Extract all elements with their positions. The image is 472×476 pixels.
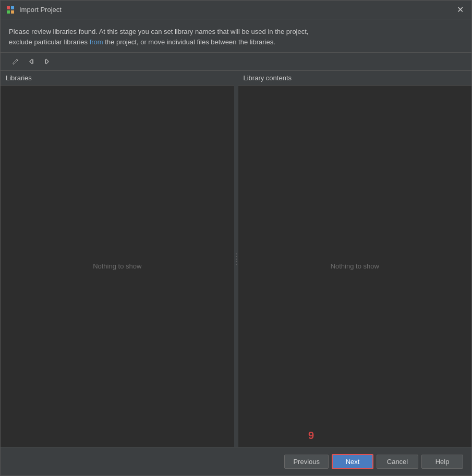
library-contents-label: Library contents — [244, 74, 292, 82]
svg-rect-3 — [11, 10, 14, 14]
window-title: Import Project — [19, 6, 62, 14]
library-contents-empty-text: Nothing to show — [331, 262, 379, 270]
libraries-empty-text: Nothing to show — [93, 262, 141, 270]
library-contents-panel: Library contents Nothing to show — [238, 71, 472, 447]
splitter-dot-2 — [236, 256, 237, 257]
content-area: Libraries Nothing to show Library conten… — [1, 71, 471, 447]
splitter-dot-3 — [236, 259, 237, 260]
next-button[interactable]: Next — [332, 454, 373, 469]
description-line2-part2: the project, or move individual files be… — [103, 38, 275, 46]
title-bar-left: Import Project — [6, 5, 62, 15]
libraries-panel-body: Nothing to show — [1, 86, 234, 447]
description-line2-part1: exclude particular libraries — [9, 38, 90, 46]
library-contents-panel-body: Nothing to show — [238, 86, 472, 447]
previous-button[interactable]: Previous — [284, 455, 329, 469]
libraries-panel-header: Libraries — [1, 71, 234, 86]
svg-rect-2 — [7, 10, 10, 14]
svg-rect-5 — [45, 59, 46, 64]
help-button[interactable]: Help — [421, 455, 463, 469]
toolbar — [1, 53, 471, 71]
close-button[interactable]: ✕ — [454, 4, 466, 16]
description-line1: Please review libraries found. At this s… — [9, 28, 308, 35]
cancel-button[interactable]: Cancel — [377, 455, 418, 469]
splitter-dot-5 — [236, 264, 237, 265]
libraries-panel: Libraries Nothing to show — [1, 71, 234, 447]
title-bar: Import Project ✕ — [1, 1, 471, 19]
footer: Previous Next Cancel Help — [1, 447, 471, 475]
panel-splitter[interactable] — [234, 71, 238, 447]
library-contents-panel-header: Library contents — [238, 71, 472, 86]
svg-rect-1 — [11, 6, 14, 9]
svg-rect-0 — [7, 6, 10, 9]
splitter-dot-4 — [236, 261, 237, 262]
description-text: Please review libraries found. At this s… — [9, 27, 463, 47]
move-left-button[interactable] — [25, 56, 38, 67]
edit-button[interactable] — [9, 56, 22, 67]
description-area: Please review libraries found. At this s… — [1, 19, 471, 53]
import-project-dialog: Import Project ✕ Please review libraries… — [0, 0, 472, 476]
move-right-button[interactable] — [40, 56, 54, 67]
svg-rect-4 — [32, 59, 33, 64]
libraries-label: Libraries — [6, 74, 32, 82]
splitter-handle — [236, 253, 237, 265]
splitter-dot-1 — [236, 253, 237, 254]
description-from-keyword: from — [90, 38, 103, 46]
app-icon — [6, 5, 15, 15]
